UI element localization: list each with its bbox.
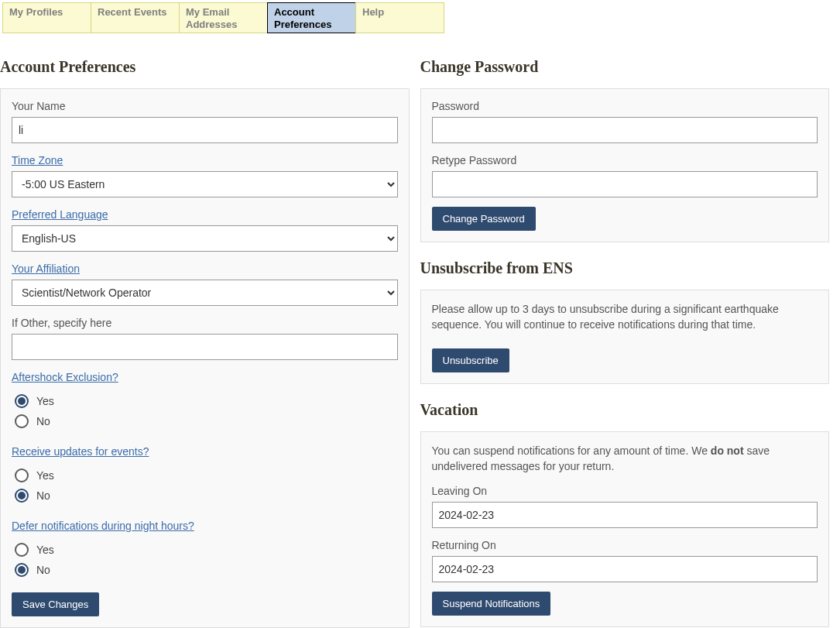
aftershock-no-radio[interactable] [15, 414, 29, 428]
save-changes-button[interactable]: Save Changes [12, 592, 99, 616]
tab-recent-events[interactable]: Recent Events [91, 2, 180, 33]
retype-password-input[interactable] [432, 171, 818, 197]
defer-yes-label: Yes [36, 544, 54, 556]
affiliation-select[interactable]: Scientist/Network Operator [12, 280, 398, 306]
receive-no-radio[interactable] [15, 489, 29, 503]
defer-no-radio[interactable] [15, 563, 29, 577]
tab-bar: My Profiles Recent Events My Email Addre… [2, 2, 840, 33]
aftershock-no-label: No [36, 415, 50, 427]
change-password-button[interactable]: Change Password [432, 207, 536, 231]
defer-label[interactable]: Defer notifications during night hours? [12, 520, 194, 532]
vacation-text: You can suspend notifications for any am… [432, 443, 818, 475]
unsubscribe-text: Please allow up to 3 days to unsubscribe… [432, 301, 818, 333]
aftershock-exclusion-label[interactable]: Aftershock Exclusion? [12, 371, 118, 383]
returning-on-input[interactable] [432, 556, 818, 582]
right-column: Change Password Password Retype Password… [420, 58, 830, 628]
preferred-language-select[interactable]: English-US [12, 225, 398, 252]
time-zone-select[interactable]: -5:00 US Eastern [12, 171, 398, 197]
defer-no-row[interactable]: No [15, 563, 398, 577]
aftershock-yes-label: Yes [36, 395, 54, 407]
receive-no-row[interactable]: No [15, 489, 398, 503]
leaving-on-label: Leaving On [432, 485, 818, 497]
defer-yes-row[interactable]: Yes [15, 543, 398, 557]
aftershock-no-row[interactable]: No [15, 414, 398, 428]
your-name-label: Your Name [12, 100, 398, 112]
aftershock-yes-row[interactable]: Yes [15, 394, 398, 408]
your-name-input[interactable] [12, 117, 398, 143]
unsubscribe-panel: Please allow up to 3 days to unsubscribe… [420, 290, 830, 384]
aftershock-yes-radio[interactable] [15, 394, 29, 408]
receive-yes-row[interactable]: Yes [15, 468, 398, 482]
receive-updates-label[interactable]: Receive updates for events? [12, 445, 149, 458]
defer-no-label: No [36, 564, 50, 576]
leaving-on-input[interactable] [432, 502, 818, 528]
change-password-heading: Change Password [420, 58, 830, 76]
returning-on-label: Returning On [432, 539, 818, 551]
defer-yes-radio[interactable] [15, 543, 29, 557]
password-label: Password [432, 100, 818, 112]
tab-account-preferences[interactable]: Account Preferences [267, 2, 356, 33]
retype-password-label: Retype Password [432, 154, 818, 166]
tab-my-profiles[interactable]: My Profiles [2, 2, 91, 33]
receive-yes-label: Yes [36, 469, 54, 482]
if-other-label: If Other, specify here [12, 317, 398, 329]
account-preferences-column: Account Preferences Your Name Time Zone … [0, 58, 410, 628]
receive-yes-radio[interactable] [15, 468, 29, 482]
vacation-heading: Vacation [420, 401, 830, 419]
unsubscribe-heading: Unsubscribe from ENS [420, 259, 830, 277]
time-zone-label[interactable]: Time Zone [12, 154, 63, 166]
suspend-notifications-button[interactable]: Suspend Notifications [432, 592, 551, 616]
affiliation-label[interactable]: Your Affiliation [12, 263, 80, 275]
account-preferences-panel: Your Name Time Zone -5:00 US Eastern Pre… [0, 88, 410, 628]
change-password-panel: Password Retype Password Change Password [420, 88, 830, 242]
vacation-panel: You can suspend notifications for any am… [420, 431, 830, 628]
unsubscribe-button[interactable]: Unsubscribe [432, 348, 509, 372]
account-preferences-heading: Account Preferences [0, 58, 410, 76]
preferred-language-label[interactable]: Preferred Language [12, 208, 108, 221]
password-input[interactable] [432, 117, 818, 143]
receive-no-label: No [36, 489, 50, 502]
tab-my-email-addresses[interactable]: My Email Addresses [179, 2, 268, 33]
if-other-input[interactable] [12, 334, 398, 360]
tab-help[interactable]: Help [355, 2, 444, 33]
